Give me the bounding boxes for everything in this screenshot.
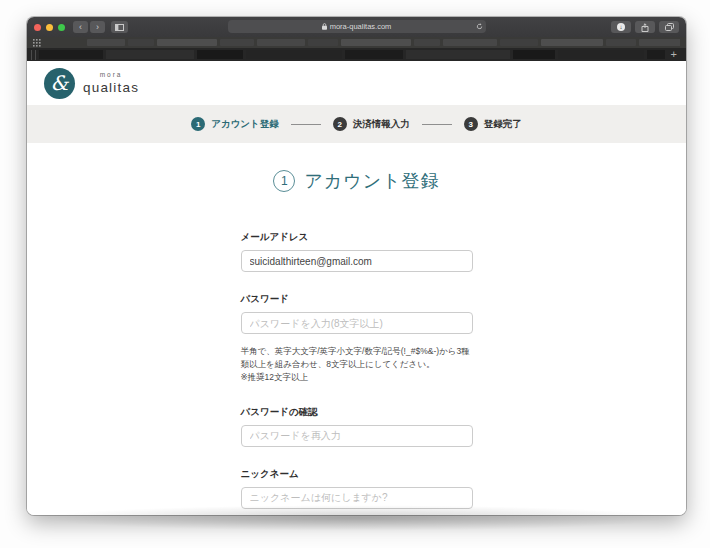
password-help-text: 半角で、英字大文字/英字小文字/数字/記号(!_#$%&-)から3種類以上を組み… — [241, 345, 473, 385]
sidebar-icon — [115, 24, 124, 31]
password-rules: 半角で、英字大文字/英字小文字/数字/記号(!_#$%&-)から3種類以上を組み… — [241, 346, 470, 369]
sidebar-toggle-button[interactable] — [111, 21, 128, 33]
lock-icon — [322, 23, 327, 30]
step-number-badge: 2 — [333, 117, 347, 131]
password-confirm-field-group: パスワードの確認 — [241, 406, 473, 447]
password-recommendation: ※推奨12文字以上 — [241, 371, 473, 384]
mora-qualitas-logo-icon[interactable]: & — [44, 68, 75, 99]
heading-number-icon: 1 — [273, 170, 295, 192]
frequently-visited-grid-icon[interactable] — [33, 39, 41, 47]
password-field-group: パスワード 半角で、英字大文字/英字小文字/数字/記号(!_#$%&-)から3種… — [241, 293, 473, 385]
email-field-group: メールアドレス — [241, 231, 473, 272]
address-bar[interactable]: mora-qualitas.com — [228, 20, 486, 33]
account-registration-form: メールアドレス パスワード 半角で、英字大文字/英字小文字/数字/記号(!_#$… — [241, 231, 473, 509]
tab-separator — [35, 50, 36, 60]
redacted-tabs — [39, 50, 665, 59]
nickname-field-group: ニックネーム — [241, 468, 473, 509]
tab-separator — [31, 50, 32, 60]
step-complete: 3 登録完了 — [464, 117, 522, 131]
tab-bar: + — [27, 48, 686, 61]
step-connector — [422, 124, 452, 125]
tabs-icon — [665, 23, 674, 31]
download-icon: ↓ — [617, 23, 625, 31]
window-controls — [34, 24, 65, 31]
step-label: 決済情報入力 — [353, 118, 410, 131]
step-connector — [291, 124, 321, 125]
browser-window: ‹ › mora-qualitas.com ↓ — [27, 17, 686, 515]
page-content: & mora qualitas 1 アカウント登録 2 決済情報入力 3 登録完… — [27, 61, 686, 515]
minimize-window-button[interactable] — [46, 24, 53, 31]
back-button[interactable]: ‹ — [73, 21, 88, 33]
mora-qualitas-wordmark[interactable]: mora qualitas — [83, 72, 139, 94]
tab-overview-button[interactable] — [659, 21, 679, 33]
wordmark-top: mora — [100, 72, 123, 79]
heading-text: アカウント登録 — [304, 169, 439, 193]
registration-stepper: 1 アカウント登録 2 決済情報入力 3 登録完了 — [27, 105, 686, 143]
step-payment-info: 2 決済情報入力 — [333, 117, 410, 131]
step-number-badge: 1 — [191, 117, 205, 131]
downloads-button[interactable]: ↓ — [611, 21, 631, 33]
new-tab-button[interactable]: + — [668, 49, 680, 60]
email-input[interactable] — [241, 250, 473, 272]
refresh-icon — [476, 23, 483, 30]
password-confirm-label: パスワードの確認 — [241, 406, 473, 418]
site-header: & mora qualitas — [27, 61, 686, 105]
step-number-badge: 3 — [464, 117, 478, 131]
page-title: 1 アカウント登録 — [27, 170, 686, 191]
step-label: アカウント登録 — [211, 118, 279, 131]
redacted-bookmarks — [87, 39, 680, 46]
step-account-registration: 1 アカウント登録 — [191, 117, 279, 131]
zoom-window-button[interactable] — [58, 24, 65, 31]
email-label: メールアドレス — [241, 231, 473, 243]
share-button[interactable] — [635, 21, 655, 33]
forward-button[interactable]: › — [90, 21, 105, 33]
close-window-button[interactable] — [34, 24, 41, 31]
password-input[interactable] — [241, 312, 473, 334]
nickname-label: ニックネーム — [241, 468, 473, 480]
nickname-input[interactable] — [241, 487, 473, 509]
refresh-button[interactable] — [476, 20, 483, 33]
step-label: 登録完了 — [484, 118, 522, 131]
browser-toolbar: ‹ › mora-qualitas.com ↓ — [27, 17, 686, 37]
wordmark-bottom: qualitas — [83, 81, 139, 95]
nav-buttons: ‹ › — [73, 21, 105, 33]
url-text: mora-qualitas.com — [330, 22, 392, 31]
password-label: パスワード — [241, 293, 473, 305]
toolbar-right-buttons: ↓ — [611, 21, 679, 33]
share-icon — [641, 23, 649, 32]
favorites-bar — [27, 37, 686, 48]
password-confirm-input[interactable] — [241, 425, 473, 447]
